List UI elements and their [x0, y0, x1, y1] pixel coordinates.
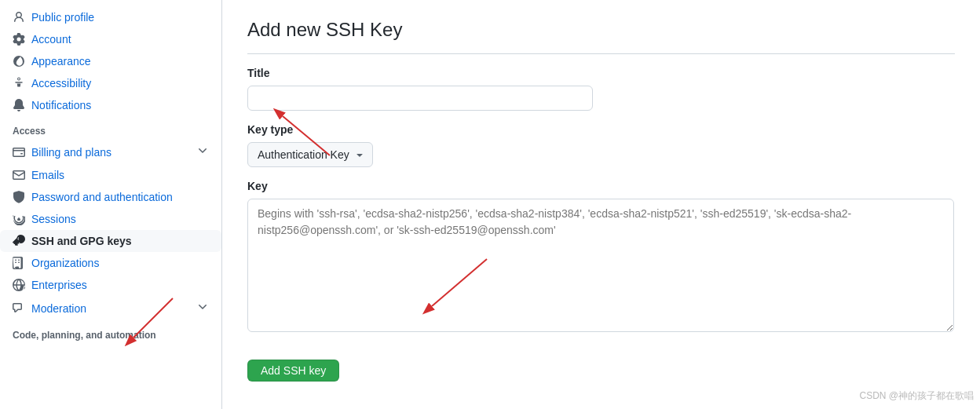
- credit-card-icon: [13, 146, 25, 159]
- broadcast-icon: [13, 213, 25, 225]
- key-icon: [13, 235, 25, 247]
- sidebar-item-ssh-gpg[interactable]: SSH and GPG keys: [0, 230, 221, 252]
- shield-icon: [13, 191, 25, 203]
- sidebar-item-label: Public profile: [31, 11, 94, 24]
- sidebar-item-label: Sessions: [31, 213, 76, 225]
- sidebar-item-moderation[interactable]: Moderation: [0, 296, 221, 320]
- accessibility-icon: [13, 77, 25, 89]
- sidebar-item-label: Accessibility: [31, 77, 91, 89]
- key-type-select[interactable]: Authentication Key Signing Key: [247, 142, 373, 167]
- bell-icon: [13, 99, 25, 111]
- key-label: Key: [247, 180, 955, 192]
- sidebar-item-emails[interactable]: Emails: [0, 164, 221, 186]
- sidebar-item-label: Organizations: [31, 257, 99, 269]
- watermark: CSDN @神的孩子都在歌唱: [859, 389, 974, 403]
- add-ssh-key-button[interactable]: Add SSH key: [247, 360, 339, 382]
- title-label: Title: [247, 67, 955, 79]
- sidebar-item-label: Enterprises: [31, 279, 87, 291]
- org-icon: [13, 257, 25, 269]
- mail-icon: [13, 169, 25, 181]
- chevron-down-icon: [196, 301, 209, 316]
- sidebar-item-enterprises[interactable]: Enterprises: [0, 274, 221, 296]
- sidebar-item-label: Password and authentication: [31, 191, 173, 203]
- sidebar-item-billing[interactable]: Billing and plans: [0, 140, 221, 164]
- sidebar-item-label: Appearance: [31, 55, 91, 68]
- key-type-form-group: Key type Authentication Key Signing Key: [247, 123, 955, 167]
- sidebar-item-label: Moderation: [31, 302, 86, 315]
- sidebar-item-label: Notifications: [31, 99, 91, 111]
- bottom-section-label: Code, planning, and automation: [0, 320, 221, 344]
- sidebar-item-label: Account: [31, 33, 71, 46]
- sidebar-item-account[interactable]: Account: [0, 28, 221, 50]
- page-title: Add new SSH Key: [247, 19, 955, 54]
- key-form-group: Key: [247, 180, 955, 334]
- sidebar-item-sessions[interactable]: Sessions: [0, 208, 221, 230]
- sidebar-item-label: Emails: [31, 169, 64, 181]
- chevron-down-icon: [196, 144, 209, 159]
- main-content: Add new SSH Key Title Key type Authentic…: [222, 0, 980, 409]
- sidebar: Public profile Account Appearance Access…: [0, 0, 222, 409]
- key-type-label: Key type: [247, 123, 955, 136]
- person-icon: [13, 11, 25, 24]
- globe-icon: [13, 279, 25, 291]
- sidebar-item-public-profile[interactable]: Public profile: [0, 6, 221, 28]
- sidebar-item-notifications[interactable]: Notifications: [0, 94, 221, 116]
- sidebar-item-accessibility[interactable]: Accessibility: [0, 72, 221, 94]
- comment-icon: [13, 302, 25, 315]
- paintbrush-icon: [13, 55, 25, 68]
- sidebar-item-label: SSH and GPG keys: [31, 235, 132, 247]
- sidebar-item-appearance[interactable]: Appearance: [0, 50, 221, 72]
- sidebar-item-password-auth[interactable]: Password and authentication: [0, 186, 221, 208]
- sidebar-item-label: Billing and plans: [31, 146, 112, 159]
- title-form-group: Title: [247, 67, 955, 111]
- access-section-label: Access: [0, 116, 221, 140]
- sidebar-item-organizations[interactable]: Organizations: [0, 252, 221, 274]
- gear-icon: [13, 33, 25, 46]
- key-textarea[interactable]: [247, 199, 954, 332]
- title-input[interactable]: [247, 86, 593, 111]
